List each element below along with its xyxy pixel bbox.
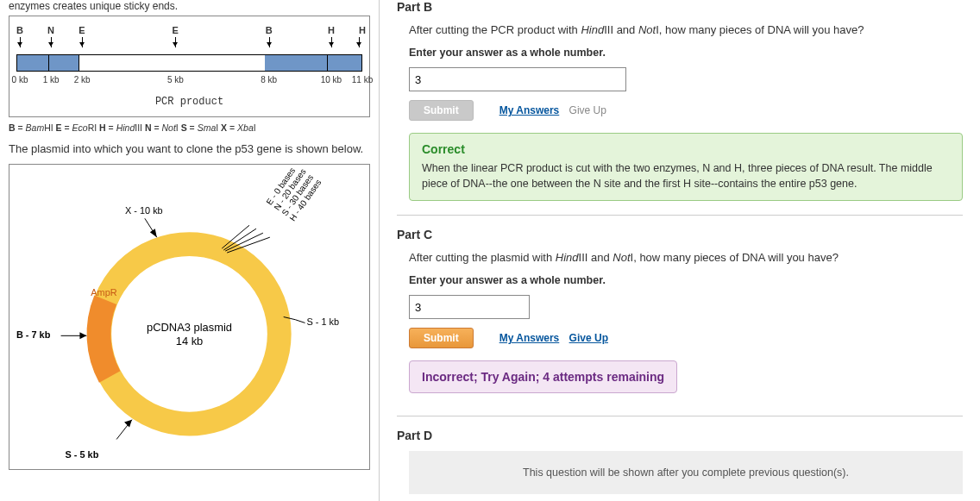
pcr-cut-letters: B N E E B H H — [16, 25, 362, 37]
intro-text: enzymes creates unique sticky ends. — [9, 0, 370, 12]
s5-label: S - 5 kb — [66, 450, 99, 460]
enzyme-key: B = BamHI E = EcoRI H = HindIII N = NotI… — [9, 122, 370, 133]
partC-desc: After cutting the plasmid with HindIII a… — [409, 250, 963, 266]
partB-feedback: Correct When the linear PCR product is c… — [409, 133, 963, 201]
ampR-label: AmpR — [91, 287, 116, 297]
separator2 — [397, 416, 963, 416]
pcr-bar — [16, 54, 362, 72]
left-panel: enzymes creates unique sticky ends. B N … — [0, 0, 380, 501]
kb-labels: 0 kb 1 kb 2 kb 5 kb 8 kb 10 kb 11 kb — [16, 75, 362, 87]
partB-myanswers-link[interactable]: My Answers — [499, 104, 560, 116]
partC-instr: Enter your answer as a whole number. — [409, 274, 963, 286]
plasmid-title: pCDNA3 plasmid — [147, 322, 232, 335]
partB-giveup: Give Up — [569, 104, 606, 116]
separator — [397, 215, 963, 216]
partB-input[interactable] — [409, 67, 626, 91]
x-label: X - 10 kb — [125, 206, 163, 216]
partC-giveup-link[interactable]: Give Up — [569, 332, 608, 344]
partC-feedback: Incorrect; Try Again; 4 attempts remaini… — [409, 360, 677, 393]
partD-body: This question will be shown after you co… — [409, 451, 963, 494]
partB-desc: After cutting the PCR product with HindI… — [409, 22, 963, 38]
pcr-diagram: B N E E B H H 0 kb 1 kb 2 kb 5 kb — [9, 16, 370, 117]
correct-body: When the linear PCR product is cut with … — [422, 161, 950, 191]
incorrect-label: Incorrect; Try Again; 4 attempts remaini… — [422, 370, 664, 384]
s1-label: S - 1 kb — [307, 317, 340, 328]
partC-myanswers-link[interactable]: My Answers — [499, 332, 560, 344]
svg-text:14 kb: 14 kb — [176, 335, 204, 348]
right-panel: Part B After cutting the PCR product wit… — [380, 0, 980, 501]
b-label: B - 7 kb — [16, 330, 51, 341]
pcr-arrows — [16, 37, 362, 53]
svg-marker-13 — [79, 333, 86, 340]
svg-marker-15 — [124, 420, 132, 428]
plasmid-svg: pCDNA3 plasmid 14 kb AmpR X - 10 kb E - … — [9, 165, 369, 469]
plasmid-intro: The plasmid into which you want to clone… — [9, 141, 370, 157]
plasmid-diagram: pCDNA3 plasmid 14 kb AmpR X - 10 kb E - … — [9, 164, 370, 470]
correct-label: Correct — [422, 142, 950, 156]
partB-header: Part B — [397, 0, 963, 14]
pcr-caption: PCR product — [16, 96, 362, 108]
partB-submit: Submit — [409, 100, 474, 121]
partC-header: Part C — [397, 228, 963, 241]
svg-marker-3 — [150, 229, 157, 237]
partC-input[interactable] — [409, 295, 530, 319]
partC-submit[interactable]: Submit — [409, 328, 474, 348]
partB-instr: Enter your answer as a whole number. — [409, 47, 963, 59]
partD-header: Part D — [397, 429, 963, 442]
